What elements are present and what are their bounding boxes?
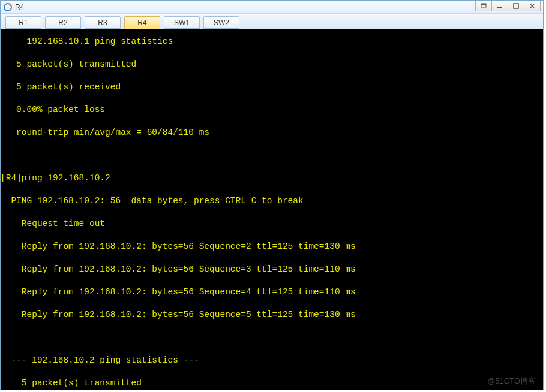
tab-label: SW2 [214, 19, 229, 27]
svg-rect-4 [514, 4, 518, 8]
terminal-line [1, 150, 543, 161]
tab-r3[interactable]: R3 [85, 16, 121, 29]
terminal-line: 5 packet(s) transmitted [1, 378, 543, 389]
terminal-line: Reply from 192.168.10.2: bytes=56 Sequen… [1, 287, 543, 298]
app-window: R4 R1 R2 R3 R4 SW1 SW2 192.168.10.1 ping… [0, 0, 544, 390]
svg-rect-3 [497, 7, 502, 8]
tab-r1[interactable]: R1 [5, 16, 41, 29]
option-button[interactable] [475, 1, 492, 11]
tab-label: SW1 [174, 19, 190, 27]
titlebar[interactable]: R4 [1, 1, 543, 14]
close-button[interactable] [524, 1, 541, 11]
tab-label: R2 [58, 19, 67, 27]
terminal-line: --- 192.168.10.2 ping statistics --- [1, 355, 543, 366]
terminal-line: Reply from 192.168.10.2: bytes=56 Sequen… [1, 309, 543, 321]
terminal-line: Request time out [1, 218, 543, 230]
terminal-line: [R4]ping 192.168.10.2 [1, 173, 543, 184]
tab-sw1[interactable]: SW1 [164, 16, 200, 29]
app-icon [3, 2, 13, 12]
watermark: @51CTO博客 [487, 375, 536, 387]
svg-rect-2 [481, 4, 486, 5]
terminal-line: PING 192.168.10.2: 56 data bytes, press … [1, 195, 543, 207]
terminal-line: Reply from 192.168.10.2: bytes=56 Sequen… [1, 241, 543, 252]
tab-label: R1 [19, 19, 28, 27]
tab-sw2[interactable]: SW2 [203, 16, 239, 29]
maximize-button[interactable] [508, 1, 524, 11]
window-buttons [476, 1, 541, 11]
tab-r2[interactable]: R2 [45, 16, 81, 29]
tab-label: R3 [98, 19, 107, 27]
terminal-output[interactable]: 192.168.10.1 ping statistics 5 packet(s)… [1, 29, 543, 390]
terminal-line [1, 332, 543, 343]
minimize-button[interactable] [491, 1, 508, 11]
terminal-line: round-trip min/avg/max = 60/84/110 ms [1, 127, 543, 138]
tab-r4[interactable]: R4 [124, 16, 160, 29]
tab-label: R4 [137, 19, 146, 27]
window-title: R4 [15, 3, 24, 11]
terminal-line: 5 packet(s) received [1, 82, 543, 93]
terminal-line: 5 packet(s) transmitted [1, 59, 543, 70]
terminal-line: 192.168.10.1 ping statistics [1, 36, 543, 47]
terminal-line: Reply from 192.168.10.2: bytes=56 Sequen… [1, 264, 543, 275]
tab-bar: R1 R2 R3 R4 SW1 SW2 [1, 14, 543, 29]
terminal-line: 0.00% packet loss [1, 104, 543, 116]
